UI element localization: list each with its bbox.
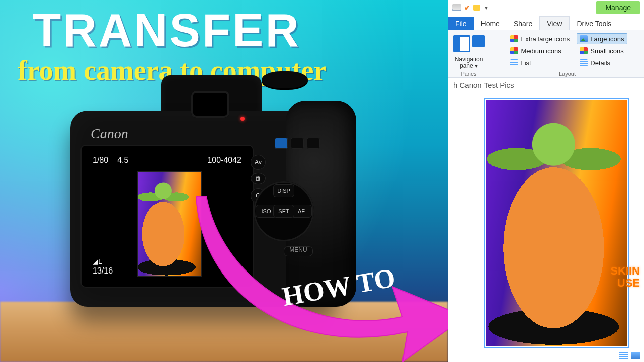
layout-lg-label: Large icons [590, 35, 624, 43]
list-icon [510, 59, 518, 66]
large-icons-icon [580, 35, 588, 42]
medium-icons-icon [510, 47, 518, 54]
small-icons-icon [580, 47, 588, 54]
set-button: SET [273, 205, 294, 218]
explorer-status-bar [448, 349, 644, 362]
folder-icon[interactable] [473, 5, 480, 11]
details-icon [580, 59, 588, 66]
disp-button: DISP [273, 184, 294, 197]
zoom-out-icon [291, 138, 304, 149]
breadcrumb[interactable]: h Canon Test Pics [448, 78, 644, 93]
layout-xl-label: Extra large icons [521, 35, 570, 43]
preview-pane-icon[interactable] [472, 35, 485, 47]
check-icon[interactable]: ✔ [464, 4, 470, 12]
layout-details[interactable]: Details [577, 57, 627, 68]
camera-brand-logo: Canon [91, 126, 128, 142]
explorer-content-area: SKIIN USE [448, 93, 644, 362]
details-view-icon[interactable] [619, 352, 628, 359]
explorer-quick-access-toolbar: ✔ ▼ Manage [448, 0, 644, 15]
zoom-in-icon [307, 138, 320, 149]
osd-image-number: 100-4042 [207, 156, 242, 165]
file-explorer-window: ✔ ▼ Manage File Home Share View Drive To… [448, 0, 644, 362]
camera-record-led-icon [240, 117, 245, 121]
layout-extra-large-icons[interactable]: Extra large icons [507, 33, 573, 44]
navigation-pane-icon[interactable] [453, 35, 470, 52]
av-button: Av [251, 155, 266, 170]
group-label-panes: Panes [461, 71, 476, 77]
layout-details-label: Details [590, 59, 610, 67]
tab-share[interactable]: Share [507, 17, 539, 30]
tab-home[interactable]: Home [474, 17, 507, 30]
navigation-pane-label-2[interactable]: pane ▾ [460, 62, 478, 69]
chevron-down-icon[interactable]: ▼ [484, 5, 489, 11]
tab-drive-tools[interactable]: Drive Tools [570, 17, 618, 30]
ribbon-group-panes: Navigation pane ▾ Panes [451, 33, 487, 76]
extra-large-icons-icon [510, 35, 518, 42]
manage-tab[interactable]: Manage [596, 1, 640, 14]
drive-icon[interactable] [452, 4, 461, 11]
tab-view[interactable]: View [539, 16, 570, 30]
bg-text-1: SKIIN [610, 265, 640, 277]
ribbon: Navigation pane ▾ Panes Extra large icon… [448, 30, 644, 78]
navigation-pane-label-1[interactable]: Navigation [455, 56, 484, 63]
ribbon-tabs: File Home Share View Drive Tools [448, 15, 644, 30]
camera: Canon 1/80 4.5 100-4042 ◢L 13/16 [50, 80, 352, 312]
layout-md-label: Medium icons [521, 47, 561, 55]
camera-mode-dial [262, 71, 308, 88]
headline-title: TRANSFER [33, 7, 301, 53]
camera-top-icons [275, 138, 320, 149]
layout-medium-icons[interactable]: Medium icons [507, 45, 573, 56]
menu-button: MENU [284, 246, 313, 256]
thumbnails-view-icon[interactable] [631, 352, 640, 359]
osd-quality: L [98, 257, 102, 265]
trash-icon: 🗑 [251, 173, 266, 184]
photo-background-text: SKIIN USE [610, 265, 640, 289]
camera-viewfinder [191, 90, 229, 118]
tab-file[interactable]: File [448, 17, 474, 30]
camera-lcd: 1/80 4.5 100-4042 ◢L 13/16 [82, 146, 253, 287]
camera-control-wheel: DISP ISO AF SET [254, 181, 314, 241]
osd-frame-counter: 13/16 [93, 266, 113, 277]
grid-icon [275, 138, 288, 149]
thumbnail-image [486, 100, 627, 346]
osd-shutter: 1/80 [93, 156, 108, 165]
layout-large-icons[interactable]: Large icons [577, 33, 627, 44]
file-thumbnail[interactable] [484, 98, 629, 348]
ribbon-group-layout: Extra large icons Large icons Medium ico… [494, 33, 641, 76]
osd-aperture: 4.5 [117, 156, 128, 165]
bg-text-2: USE [610, 277, 640, 289]
layout-small-icons[interactable]: Small icons [577, 45, 627, 56]
layout-list-label: List [521, 59, 531, 67]
layout-list[interactable]: List [507, 57, 573, 68]
layout-sm-label: Small icons [590, 47, 623, 55]
group-label-layout: Layout [559, 71, 576, 77]
